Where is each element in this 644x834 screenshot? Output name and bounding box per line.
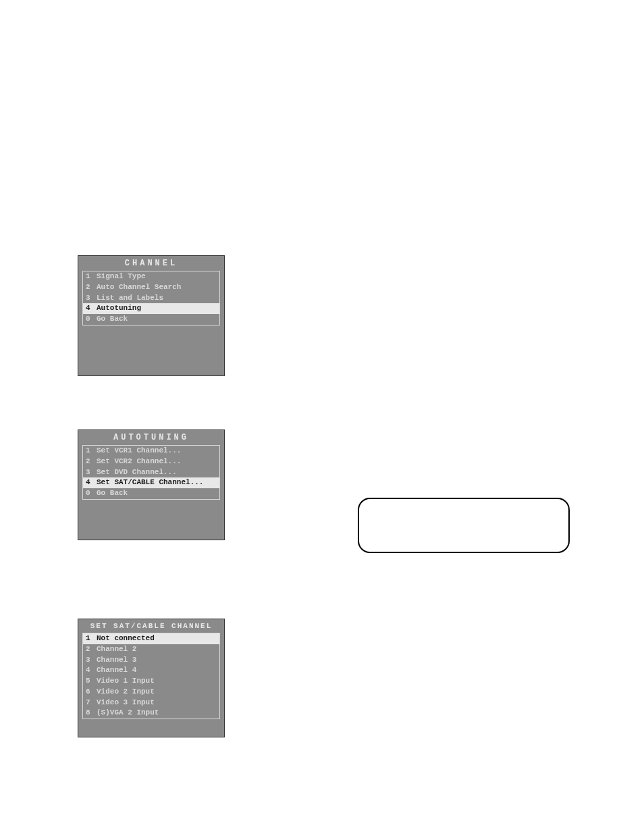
note-box bbox=[358, 498, 570, 553]
menu-item-number: 0 bbox=[86, 315, 92, 324]
set-sat-cable-menu-item-selected[interactable]: 1 Not connected bbox=[83, 633, 219, 644]
menu-item-label: Auto Channel Search bbox=[97, 283, 181, 292]
set-sat-cable-menu-item[interactable]: 8 (S)VGA 2 Input bbox=[83, 708, 219, 719]
menu-item-label: Not connected bbox=[97, 634, 155, 644]
set-sat-cable-menu-item[interactable]: 6 Video 2 Input bbox=[83, 687, 219, 698]
channel-menu: CHANNEL 1 Signal Type 2 Auto Channel Sea… bbox=[78, 255, 225, 376]
menu-item-number: 1 bbox=[86, 446, 92, 456]
set-sat-cable-menu-title: SET SAT/CABLE CHANNEL bbox=[78, 619, 224, 633]
menu-item-label: Set VCR2 Channel... bbox=[97, 457, 181, 467]
channel-menu-item[interactable]: 2 Auto Channel Search bbox=[83, 282, 219, 293]
autotuning-menu-title: AUTOTUNING bbox=[78, 430, 224, 445]
autotuning-menu-body: 1 Set VCR1 Channel... 2 Set VCR2 Channel… bbox=[82, 445, 220, 500]
menu-item-label: Channel 3 bbox=[97, 656, 136, 665]
autotuning-menu-item[interactable]: 2 Set VCR2 Channel... bbox=[83, 457, 219, 467]
menu-item-number: 8 bbox=[86, 708, 92, 718]
menu-item-label: Channel 2 bbox=[97, 645, 136, 654]
menu-item-label: Video 1 Input bbox=[97, 677, 155, 686]
menu-item-number: 2 bbox=[86, 645, 92, 654]
menu-item-number: 0 bbox=[86, 489, 92, 498]
menu-item-number: 3 bbox=[86, 294, 92, 303]
menu-item-number: 3 bbox=[86, 656, 92, 665]
set-sat-cable-menu: SET SAT/CABLE CHANNEL 1 Not connected 2 … bbox=[78, 619, 225, 737]
menu-item-label: Go Back bbox=[97, 315, 128, 324]
channel-menu-title: CHANNEL bbox=[78, 256, 224, 271]
menu-item-label: Go Back bbox=[97, 489, 128, 498]
set-sat-cable-menu-item[interactable]: 4 Channel 4 bbox=[83, 665, 219, 676]
menu-item-label: Set SAT/CABLE Channel... bbox=[97, 478, 203, 488]
menu-item-number: 2 bbox=[86, 457, 92, 467]
menu-item-number: 3 bbox=[86, 468, 92, 477]
menu-item-number: 2 bbox=[86, 283, 92, 292]
menu-item-label: Set VCR1 Channel... bbox=[97, 446, 181, 456]
menu-item-number: 7 bbox=[86, 698, 92, 708]
menu-item-label: Autotuning bbox=[97, 304, 141, 313]
menu-item-label: Channel 4 bbox=[97, 666, 136, 675]
menu-item-number: 5 bbox=[86, 677, 92, 686]
channel-menu-padding bbox=[78, 328, 224, 375]
set-sat-cable-menu-item[interactable]: 2 Channel 2 bbox=[83, 644, 219, 655]
channel-menu-item[interactable]: 1 Signal Type bbox=[83, 271, 219, 282]
menu-item-number: 4 bbox=[86, 478, 92, 488]
set-sat-cable-menu-item[interactable]: 3 Channel 3 bbox=[83, 655, 219, 666]
channel-menu-item[interactable]: 0 Go Back bbox=[83, 314, 219, 325]
autotuning-menu-item[interactable]: 3 Set DVD Channel... bbox=[83, 467, 219, 478]
menu-item-number: 1 bbox=[86, 272, 92, 282]
autotuning-menu-item[interactable]: 0 Go Back bbox=[83, 488, 219, 499]
autotuning-menu-item-selected[interactable]: 4 Set SAT/CABLE Channel... bbox=[83, 477, 219, 488]
menu-item-number: 6 bbox=[86, 687, 92, 697]
menu-item-label: Video 2 Input bbox=[97, 687, 155, 697]
autotuning-menu-item[interactable]: 1 Set VCR1 Channel... bbox=[83, 446, 219, 457]
set-sat-cable-menu-body: 1 Not connected 2 Channel 2 3 Channel 3 … bbox=[82, 633, 220, 719]
set-sat-cable-menu-item[interactable]: 5 Video 1 Input bbox=[83, 676, 219, 687]
channel-menu-body: 1 Signal Type 2 Auto Channel Search 3 Li… bbox=[82, 271, 220, 325]
menu-item-label: List and Labels bbox=[97, 294, 163, 303]
menu-item-number: 4 bbox=[86, 304, 92, 313]
menu-item-label: (S)VGA 2 Input bbox=[97, 708, 159, 718]
menu-item-number: 4 bbox=[86, 666, 92, 675]
set-sat-cable-menu-item[interactable]: 7 Video 3 Input bbox=[83, 698, 219, 708]
channel-menu-item-selected[interactable]: 4 Autotuning bbox=[83, 303, 219, 314]
menu-item-number: 1 bbox=[86, 634, 92, 644]
autotuning-menu-padding bbox=[78, 502, 224, 540]
menu-item-label: Video 3 Input bbox=[97, 698, 155, 708]
menu-item-label: Set DVD Channel... bbox=[97, 468, 177, 477]
menu-item-label: Signal Type bbox=[97, 272, 146, 282]
set-sat-cable-menu-padding bbox=[78, 722, 224, 737]
autotuning-menu: AUTOTUNING 1 Set VCR1 Channel... 2 Set V… bbox=[78, 429, 225, 540]
channel-menu-item[interactable]: 3 List and Labels bbox=[83, 293, 219, 304]
